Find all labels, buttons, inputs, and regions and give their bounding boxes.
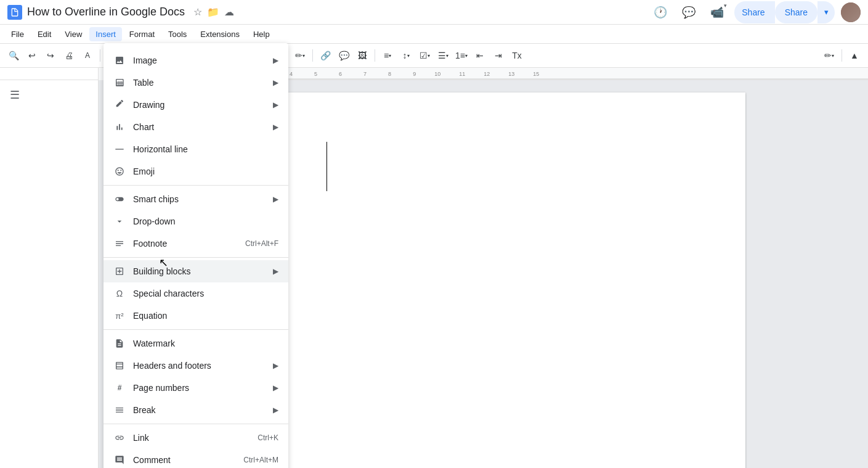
horizontal-line-icon <box>113 143 126 155</box>
chart-icon <box>113 121 126 133</box>
image-icon <box>113 54 126 67</box>
menu-section-page: Watermark Headers and footers ▶ # Page n… <box>103 330 288 424</box>
link-icon <box>113 432 126 444</box>
share-button[interactable]: Share <box>734 1 774 23</box>
toolbar-numbered-list[interactable]: 1≡▾ <box>453 47 470 64</box>
horizontal-line-label: Horizontal line <box>133 144 278 154</box>
toolbar-indent-increase[interactable]: ⇥ <box>490 47 507 64</box>
toolbar-highlight-color[interactable]: ✏▾ <box>291 47 309 64</box>
smart-chips-label: Smart chips <box>133 194 266 204</box>
app-icon[interactable] <box>7 5 22 20</box>
toolbar-divider-5 <box>375 49 375 62</box>
comment-shortcut: Ctrl+Alt+M <box>243 456 278 464</box>
cloud-icon[interactable]: ☁ <box>224 6 234 18</box>
toolbar-image[interactable]: 🖼 <box>354 47 371 64</box>
menu-item-page-numbers[interactable]: # Page numbers ▶ <box>103 377 288 399</box>
emoji-icon <box>113 165 126 178</box>
menu-edit[interactable]: Edit <box>31 27 57 41</box>
break-icon <box>113 404 126 416</box>
header-right: 🕐 💬 📹 ▾ Share Share ▾ <box>649 1 861 23</box>
dropdown-label: Drop-down <box>133 216 278 226</box>
emoji-label: Emoji <box>133 166 278 176</box>
menu-item-equation[interactable]: π² Equation <box>103 305 288 327</box>
toolbar-collapse[interactable]: ▲ <box>846 47 863 64</box>
special-characters-icon: Ω <box>113 287 126 300</box>
menu-format[interactable]: Format <box>123 27 161 41</box>
toolbar-spellcheck[interactable]: A <box>79 47 96 64</box>
avatar[interactable] <box>841 2 861 22</box>
menu-file[interactable]: File <box>5 27 30 41</box>
smart-chips-icon <box>113 193 126 205</box>
drawing-icon <box>113 99 126 111</box>
share-group: Share Share ▾ <box>734 1 835 23</box>
toolbar-search[interactable]: 🔍 <box>5 47 22 64</box>
drawing-arrow: ▶ <box>273 101 278 109</box>
menu-item-break[interactable]: Break ▶ <box>103 399 288 421</box>
menu-item-headers-footers[interactable]: Headers and footers ▶ <box>103 355 288 377</box>
building-blocks-icon <box>113 265 126 277</box>
menu-view[interactable]: View <box>59 27 88 41</box>
equation-icon: π² <box>113 310 126 322</box>
menu-item-image[interactable]: Image ▶ <box>103 49 288 72</box>
video-call-icon[interactable]: 📹 ▾ <box>706 1 728 23</box>
toolbar-link[interactable]: 🔗 <box>317 47 334 64</box>
ruler: 1 2 3 4 5 6 7 8 9 10 11 12 13 15 <box>197 68 868 80</box>
link-label: Link <box>133 433 250 443</box>
menu-item-drawing[interactable]: Drawing ▶ <box>103 94 288 116</box>
share-dropdown-button[interactable]: ▾ <box>817 1 835 23</box>
menu-item-smart-chips[interactable]: Smart chips ▶ <box>103 188 288 210</box>
menu-item-table[interactable]: Table ▶ <box>103 72 288 94</box>
toolbar-checklist[interactable]: ☑▾ <box>416 47 433 64</box>
smart-chips-arrow: ▶ <box>273 195 278 203</box>
history-icon[interactable]: 🕐 <box>649 1 671 23</box>
menu-item-emoji[interactable]: Emoji <box>103 160 288 183</box>
outline-icon[interactable]: ☰ <box>5 85 25 105</box>
toolbar-indent-decrease[interactable]: ⇤ <box>471 47 489 64</box>
cursor-line <box>327 142 328 191</box>
menu-insert[interactable]: Insert <box>89 27 122 41</box>
toolbar-undo[interactable]: ↩ <box>23 47 41 64</box>
toolbar-line-spacing[interactable]: ↕▾ <box>397 47 415 64</box>
menu-item-building-blocks[interactable]: Building blocks ▶ <box>103 260 288 282</box>
page-numbers-label: Page numbers <box>133 383 266 393</box>
menu-item-special-characters[interactable]: Ω Special characters <box>103 282 288 305</box>
table-icon <box>113 76 126 89</box>
toolbar-align[interactable]: ≡▾ <box>379 47 396 64</box>
comment-mode-icon[interactable]: 💬 <box>678 1 700 23</box>
title-icons: ☆ 📁 ☁ <box>193 6 234 18</box>
toolbar-pen[interactable]: ✏▾ <box>821 47 838 64</box>
watermark-icon <box>113 337 126 350</box>
headers-footers-arrow: ▶ <box>273 361 278 370</box>
chart-arrow: ▶ <box>273 123 278 131</box>
building-blocks-arrow: ▶ <box>273 267 278 276</box>
share-button-label[interactable]: Share <box>775 1 817 23</box>
building-blocks-label: Building blocks <box>133 266 266 276</box>
toolbar-divider-6 <box>842 49 842 62</box>
toolbar-clear-format[interactable]: Tx <box>508 47 525 64</box>
toolbar-bullet-list[interactable]: ☰▾ <box>434 47 452 64</box>
menu-item-watermark[interactable]: Watermark <box>103 332 288 355</box>
menu-item-dropdown[interactable]: Drop-down <box>103 210 288 232</box>
menu-section-blocks: Building blocks ▶ Ω Special characters π… <box>103 258 288 330</box>
menu-item-link[interactable]: Link Ctrl+K <box>103 427 288 449</box>
special-characters-label: Special characters <box>133 289 278 298</box>
watermark-label: Watermark <box>133 339 278 348</box>
menu-extensions[interactable]: Extensions <box>194 27 246 41</box>
menu-item-chart[interactable]: Chart ▶ <box>103 116 288 138</box>
toolbar-redo[interactable]: ↪ <box>42 47 59 64</box>
menu-tools[interactable]: Tools <box>162 27 193 41</box>
menu-item-horizontal-line[interactable]: Horizontal line <box>103 138 288 160</box>
toolbar-print[interactable]: 🖨 <box>60 47 78 64</box>
toolbar-comment[interactable]: 💬 <box>335 47 352 64</box>
menu-help[interactable]: Help <box>247 27 276 41</box>
menu-item-comment[interactable]: Comment Ctrl+Alt+M <box>103 449 288 468</box>
sidebar: ☰ <box>0 80 99 468</box>
image-label: Image <box>133 55 266 65</box>
star-icon[interactable]: ☆ <box>193 6 202 18</box>
footnote-shortcut: Ctrl+Alt+F <box>245 239 278 248</box>
break-arrow: ▶ <box>273 406 278 414</box>
folder-icon[interactable]: 📁 <box>207 6 219 18</box>
menu-item-footnote[interactable]: Footnote Ctrl+Alt+F <box>103 232 288 255</box>
equation-label: Equation <box>133 311 278 321</box>
footnote-label: Footnote <box>133 239 238 248</box>
